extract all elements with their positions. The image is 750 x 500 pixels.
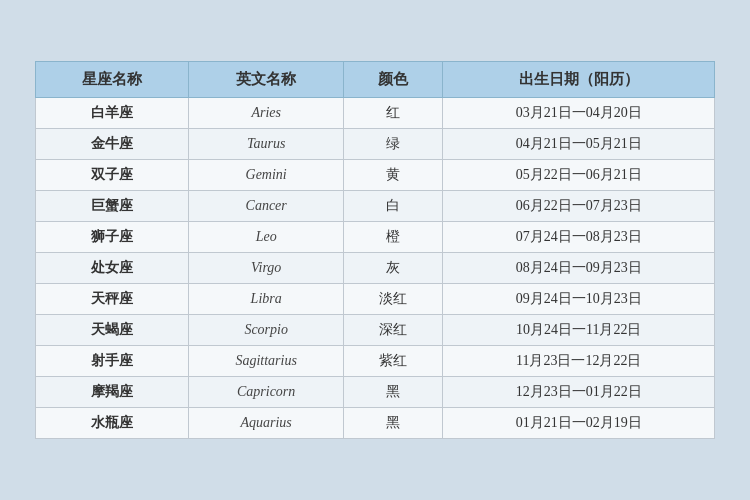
cell-english-name: Sagittarius bbox=[188, 346, 344, 377]
cell-color: 淡红 bbox=[344, 284, 443, 315]
cell-chinese-name: 摩羯座 bbox=[36, 377, 189, 408]
zodiac-table: 星座名称 英文名称 颜色 出生日期（阳历） 白羊座Aries红03月21日一04… bbox=[35, 61, 715, 439]
cell-dates: 03月21日一04月20日 bbox=[443, 98, 715, 129]
cell-chinese-name: 水瓶座 bbox=[36, 408, 189, 439]
cell-chinese-name: 白羊座 bbox=[36, 98, 189, 129]
cell-color: 橙 bbox=[344, 222, 443, 253]
header-dates: 出生日期（阳历） bbox=[443, 62, 715, 98]
cell-dates: 05月22日一06月21日 bbox=[443, 160, 715, 191]
table-container: 星座名称 英文名称 颜色 出生日期（阳历） 白羊座Aries红03月21日一04… bbox=[25, 51, 725, 449]
cell-english-name: Cancer bbox=[188, 191, 344, 222]
table-row: 处女座Virgo灰08月24日一09月23日 bbox=[36, 253, 715, 284]
cell-english-name: Scorpio bbox=[188, 315, 344, 346]
cell-dates: 04月21日一05月21日 bbox=[443, 129, 715, 160]
table-header-row: 星座名称 英文名称 颜色 出生日期（阳历） bbox=[36, 62, 715, 98]
cell-english-name: Capricorn bbox=[188, 377, 344, 408]
cell-chinese-name: 巨蟹座 bbox=[36, 191, 189, 222]
header-english-name: 英文名称 bbox=[188, 62, 344, 98]
cell-dates: 11月23日一12月22日 bbox=[443, 346, 715, 377]
cell-color: 深红 bbox=[344, 315, 443, 346]
table-row: 白羊座Aries红03月21日一04月20日 bbox=[36, 98, 715, 129]
cell-color: 紫红 bbox=[344, 346, 443, 377]
cell-chinese-name: 天秤座 bbox=[36, 284, 189, 315]
cell-english-name: Aquarius bbox=[188, 408, 344, 439]
cell-chinese-name: 双子座 bbox=[36, 160, 189, 191]
cell-color: 绿 bbox=[344, 129, 443, 160]
table-row: 摩羯座Capricorn黑12月23日一01月22日 bbox=[36, 377, 715, 408]
cell-color: 黑 bbox=[344, 408, 443, 439]
cell-english-name: Libra bbox=[188, 284, 344, 315]
table-row: 双子座Gemini黄05月22日一06月21日 bbox=[36, 160, 715, 191]
cell-color: 白 bbox=[344, 191, 443, 222]
cell-dates: 09月24日一10月23日 bbox=[443, 284, 715, 315]
cell-chinese-name: 金牛座 bbox=[36, 129, 189, 160]
table-row: 巨蟹座Cancer白06月22日一07月23日 bbox=[36, 191, 715, 222]
header-chinese-name: 星座名称 bbox=[36, 62, 189, 98]
cell-dates: 10月24日一11月22日 bbox=[443, 315, 715, 346]
table-row: 金牛座Taurus绿04月21日一05月21日 bbox=[36, 129, 715, 160]
table-row: 水瓶座Aquarius黑01月21日一02月19日 bbox=[36, 408, 715, 439]
cell-english-name: Aries bbox=[188, 98, 344, 129]
cell-dates: 12月23日一01月22日 bbox=[443, 377, 715, 408]
table-row: 天秤座Libra淡红09月24日一10月23日 bbox=[36, 284, 715, 315]
cell-chinese-name: 狮子座 bbox=[36, 222, 189, 253]
cell-english-name: Gemini bbox=[188, 160, 344, 191]
cell-english-name: Leo bbox=[188, 222, 344, 253]
cell-english-name: Virgo bbox=[188, 253, 344, 284]
table-row: 狮子座Leo橙07月24日一08月23日 bbox=[36, 222, 715, 253]
cell-dates: 01月21日一02月19日 bbox=[443, 408, 715, 439]
table-row: 天蝎座Scorpio深红10月24日一11月22日 bbox=[36, 315, 715, 346]
cell-color: 黄 bbox=[344, 160, 443, 191]
cell-chinese-name: 射手座 bbox=[36, 346, 189, 377]
table-row: 射手座Sagittarius紫红11月23日一12月22日 bbox=[36, 346, 715, 377]
cell-color: 黑 bbox=[344, 377, 443, 408]
cell-color: 红 bbox=[344, 98, 443, 129]
cell-english-name: Taurus bbox=[188, 129, 344, 160]
cell-color: 灰 bbox=[344, 253, 443, 284]
header-color: 颜色 bbox=[344, 62, 443, 98]
cell-chinese-name: 处女座 bbox=[36, 253, 189, 284]
cell-dates: 08月24日一09月23日 bbox=[443, 253, 715, 284]
cell-chinese-name: 天蝎座 bbox=[36, 315, 189, 346]
cell-dates: 06月22日一07月23日 bbox=[443, 191, 715, 222]
cell-dates: 07月24日一08月23日 bbox=[443, 222, 715, 253]
